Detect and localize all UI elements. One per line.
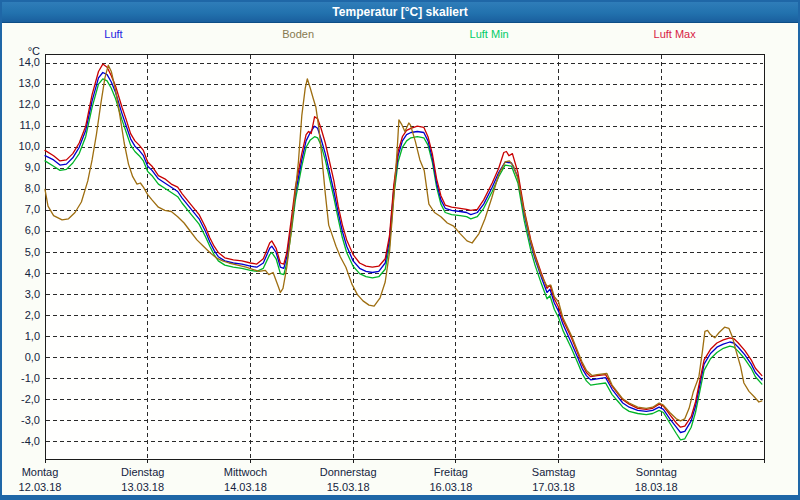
day-date-label: 18.03.18	[635, 481, 678, 493]
y-axis-label: 0,0	[2, 351, 40, 363]
day-date-label: 15.03.18	[327, 481, 370, 493]
y-axis-label: 8,0	[2, 182, 40, 194]
y-axis-label: 6,0	[2, 224, 40, 236]
day-label: Samstag	[532, 466, 575, 478]
y-axis-label: 14,0	[2, 56, 40, 68]
day-label: Freitag	[434, 466, 468, 478]
y-axis-label: 5,0	[2, 246, 40, 258]
day-date-label: 13.03.18	[121, 481, 164, 493]
y-axis-label: 9,0	[2, 161, 40, 173]
y-axis-label: 2,0	[2, 309, 40, 321]
y-axis-label: 1,0	[2, 330, 40, 342]
temperature-chart	[2, 2, 800, 500]
day-date-label: 17.03.18	[532, 481, 575, 493]
day-label: Mittwoch	[224, 466, 267, 478]
y-axis-label: 10,0	[2, 140, 40, 152]
y-axis-label: 4,0	[2, 267, 40, 279]
y-axis-label: 12,0	[2, 98, 40, 110]
day-label: Montag	[22, 466, 59, 478]
day-date-label: 14.03.18	[224, 481, 267, 493]
day-label: Donnerstag	[320, 466, 377, 478]
day-label: Sonntag	[636, 466, 677, 478]
y-axis-label: -1,0	[2, 372, 40, 384]
y-axis-label: 13,0	[2, 77, 40, 89]
day-label: Dienstag	[121, 466, 164, 478]
y-axis-label: -4,0	[2, 435, 40, 447]
y-axis-label: -2,0	[2, 393, 40, 405]
y-axis-label: 3,0	[2, 288, 40, 300]
day-date-label: 12.03.18	[19, 481, 62, 493]
y-axis-label: -3,0	[2, 414, 40, 426]
y-axis-label: 7,0	[2, 203, 40, 215]
day-date-label: 16.03.18	[429, 481, 472, 493]
app-window: Temperatur [°C] skaliert Luft Boden Luft…	[0, 0, 800, 500]
y-axis-label: 11,0	[2, 119, 40, 131]
